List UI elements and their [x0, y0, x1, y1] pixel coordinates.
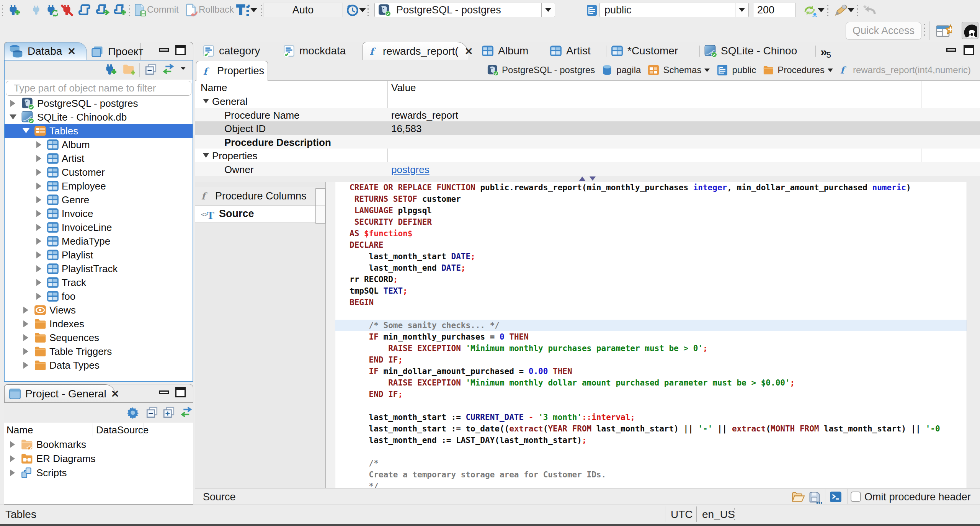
- tree-item-invoice[interactable]: Invoice: [5, 207, 193, 221]
- save-icon[interactable]: [807, 490, 822, 504]
- expand-icon[interactable]: [36, 265, 41, 272]
- expand-icon[interactable]: [23, 334, 28, 341]
- commit-button[interactable]: Commit: [147, 4, 179, 15]
- view-menu-icon[interactable]: [178, 67, 189, 74]
- tree-item-album[interactable]: Album: [5, 138, 193, 152]
- tree-item-table-triggers[interactable]: Table Triggers: [5, 345, 193, 358]
- collapse-icon[interactable]: [203, 153, 209, 158]
- tree-item-mediatype[interactable]: MediaType: [5, 234, 193, 248]
- expand-icon[interactable]: [23, 348, 28, 355]
- connection-selector[interactable]: PostgreSQL - postgres: [374, 3, 555, 17]
- new-folder-icon[interactable]: [122, 63, 136, 76]
- tree-item-data-types[interactable]: Data Types: [5, 358, 193, 372]
- expand-icon[interactable]: [36, 169, 41, 176]
- maximize-icon[interactable]: [175, 387, 186, 397]
- editor-tab-sqlite-chinoo[interactable]: SQLite - Chinoo: [699, 42, 815, 60]
- tab-project-general[interactable]: Project - General ✕: [4, 384, 115, 403]
- tree-item-views[interactable]: Views: [5, 303, 193, 317]
- editor-tab--customer[interactable]: *Customer: [606, 42, 699, 60]
- expand-icon[interactable]: [10, 455, 15, 462]
- collapse-icon[interactable]: [203, 99, 209, 103]
- expand-all-icon[interactable]: [162, 406, 176, 419]
- tree-item-tables[interactable]: Tables: [5, 124, 193, 138]
- tree-item-indexes[interactable]: Indexes: [5, 317, 193, 331]
- chevron-down-icon[interactable]: [250, 8, 257, 12]
- chevron-down-icon[interactable]: [848, 8, 854, 12]
- expand-icon[interactable]: [10, 100, 15, 107]
- commit-icon[interactable]: [133, 3, 146, 16]
- fetch-size-input[interactable]: 200: [753, 3, 796, 17]
- property-row-procedure-name[interactable]: Procedure Namerewards_report: [195, 108, 980, 122]
- project-item-er-diagrams[interactable]: ER Diagrams: [4, 451, 193, 466]
- tree-item-foo[interactable]: foo: [5, 289, 193, 303]
- expand-icon[interactable]: [36, 141, 41, 148]
- chevron-down-icon[interactable]: [818, 8, 825, 12]
- perspective-icon[interactable]: [935, 23, 952, 38]
- collapse-all-icon[interactable]: [145, 406, 159, 419]
- expand-icon[interactable]: [36, 183, 41, 189]
- new-connection-icon[interactable]: [7, 3, 20, 16]
- quick-access-input[interactable]: Quick Access: [846, 22, 921, 40]
- omit-procedure-header-label[interactable]: Omit procedure header: [864, 491, 971, 503]
- dbeaver-perspective-button[interactable]: [962, 22, 978, 39]
- project-item-bookmarks[interactable]: Bookmarks: [4, 437, 193, 451]
- chevron-down-icon[interactable]: [735, 3, 748, 17]
- transaction-mode-icon[interactable]: [234, 3, 250, 16]
- expand-icon[interactable]: [23, 362, 28, 369]
- tree-item-playlist[interactable]: Playlist: [5, 248, 193, 262]
- expand-icon[interactable]: [36, 196, 41, 203]
- maximize-icon[interactable]: [964, 45, 974, 55]
- expand-icon[interactable]: [36, 293, 41, 300]
- expand-down-icon[interactable]: [590, 176, 596, 181]
- open-sql-console-icon[interactable]: [95, 3, 109, 16]
- maximize-icon[interactable]: [175, 45, 186, 55]
- column-header-name[interactable]: Name: [7, 424, 33, 436]
- collapse-icon[interactable]: [23, 128, 29, 133]
- expand-icon[interactable]: [36, 155, 41, 162]
- expand-icon[interactable]: [23, 320, 28, 327]
- sash-restore-button[interactable]: [315, 188, 325, 206]
- history-icon[interactable]: [346, 3, 359, 16]
- rollback-icon[interactable]: [185, 3, 198, 16]
- gear-icon[interactable]: [126, 406, 140, 420]
- tree-item-employee[interactable]: Employee: [5, 179, 193, 193]
- chevron-down-icon[interactable]: [704, 69, 710, 72]
- minimize-icon[interactable]: [159, 390, 169, 394]
- auto-commit-mode-button[interactable]: Auto: [263, 3, 343, 17]
- new-connection-icon[interactable]: [103, 63, 116, 76]
- tree-item-sequences[interactable]: Sequences: [5, 331, 193, 345]
- sash-restore-button[interactable]: [315, 206, 325, 224]
- editor-tab-category[interactable]: category: [198, 42, 278, 60]
- reconnect-icon[interactable]: [44, 3, 58, 16]
- project-item-scripts[interactable]: Scripts: [4, 466, 193, 480]
- breadcrumb-item-procedures[interactable]: Procedures: [763, 64, 833, 76]
- omit-procedure-header-checkbox[interactable]: [851, 492, 861, 502]
- close-icon[interactable]: ✕: [111, 389, 119, 399]
- locale-status[interactable]: en_US: [702, 508, 735, 521]
- properties-sash[interactable]: [195, 176, 980, 182]
- editor-scrollbar-track[interactable]: [967, 182, 980, 488]
- breadcrumb-item-public[interactable]: public: [716, 64, 756, 76]
- source-code-editor[interactable]: CREATE OR REPLACE FUNCTION public.reward…: [326, 182, 967, 488]
- column-header-value[interactable]: Value: [391, 82, 416, 94]
- chevron-down-icon[interactable]: [828, 69, 833, 72]
- breadcrumb-item-pagila[interactable]: pagila: [601, 64, 641, 76]
- property-row-procedure-description[interactable]: Procedure Description: [195, 135, 980, 149]
- tree-item-sqlite-chinook-db[interactable]: SQLite - Chinook.db: [5, 110, 193, 124]
- new-sql-editor-icon[interactable]: [113, 3, 127, 16]
- terminal-icon[interactable]: [829, 490, 842, 503]
- schema-selector[interactable]: public: [599, 3, 749, 17]
- open-file-icon[interactable]: [791, 490, 805, 503]
- tree-item-genre[interactable]: Genre: [5, 193, 193, 207]
- collapse-up-icon[interactable]: [579, 176, 585, 181]
- property-value[interactable]: postgres: [391, 164, 430, 176]
- close-icon[interactable]: ✕: [67, 46, 76, 56]
- connect-icon[interactable]: [31, 3, 42, 16]
- disconnect-icon[interactable]: [60, 3, 74, 16]
- editor-tab-album[interactable]: Album: [477, 42, 545, 60]
- link-with-editor-icon[interactable]: [159, 64, 175, 75]
- tab-properties[interactable]: f Properties: [196, 61, 268, 81]
- breadcrumb-item-postgresql-postgres[interactable]: PostgreSQL - postgres: [487, 64, 595, 76]
- tree-item-customer[interactable]: Customer: [5, 165, 193, 179]
- highlight-icon[interactable]: [832, 3, 848, 17]
